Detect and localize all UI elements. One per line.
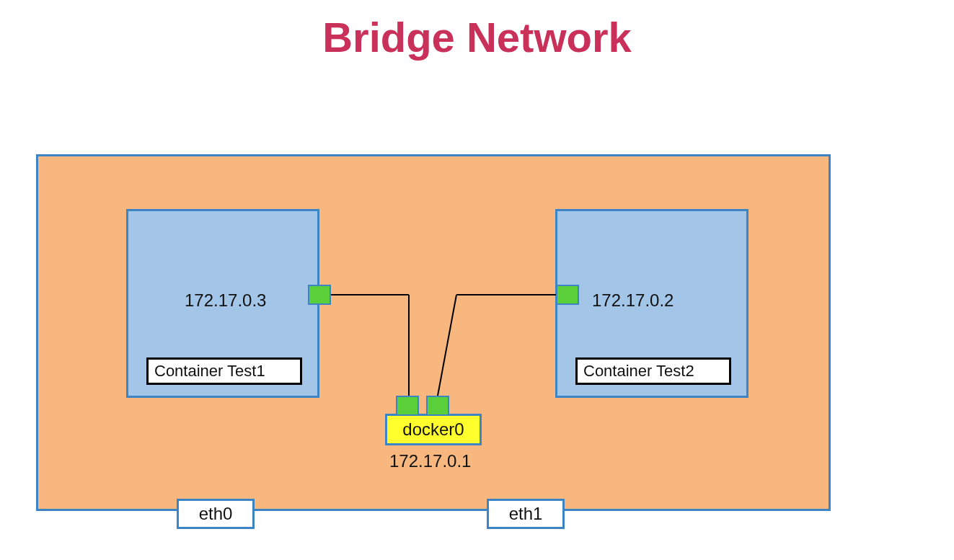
container-1-name: Container Test1 [146,357,302,385]
container-2-name: Container Test2 [575,357,731,385]
bridge-port-1 [396,396,419,416]
container-1-port [308,285,331,305]
bridge-ip: 172.17.0.1 [389,451,471,471]
container-2-port [556,285,579,305]
diagram-title: Bridge Network [0,13,954,61]
bridge-port-2 [426,396,449,416]
container-1-box: 172.17.0.3 Container Test1 [126,209,319,398]
container-2-ip: 172.17.0.2 [592,290,673,311]
container-1-ip: 172.17.0.3 [185,290,266,311]
host-interface-eth0: eth0 [177,499,255,529]
bridge-box: docker0 [385,414,482,445]
container-2-box: 172.17.0.2 Container Test2 [555,209,748,398]
host-interface-eth1: eth1 [487,499,565,529]
